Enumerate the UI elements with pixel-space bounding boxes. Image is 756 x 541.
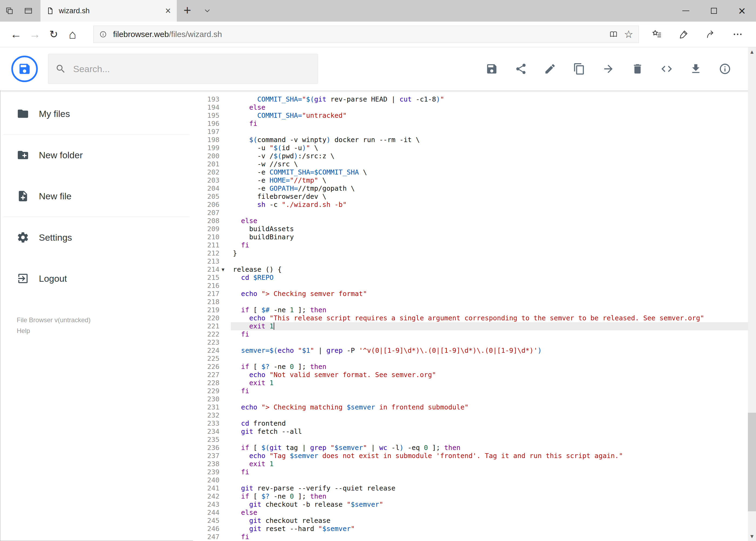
code-line[interactable]: 238 exit 1	[193, 460, 756, 468]
code-line[interactable]: 223	[193, 338, 756, 346]
scroll-thumb[interactable]	[748, 413, 756, 512]
code-line[interactable]: 214▾release () {	[193, 266, 756, 273]
code-line[interactable]: 208 else	[193, 217, 756, 225]
code-line[interactable]: 245 git checkout release	[193, 517, 756, 525]
code-line[interactable]: 215 cd $REPO	[193, 273, 756, 282]
code-line[interactable]: 243 git checkout -b release "$semver"	[193, 500, 756, 509]
sidebar-item-settings[interactable]: Settings	[0, 217, 193, 258]
sidebar-item-new-folder[interactable]: New folder	[0, 135, 193, 176]
download-button[interactable]	[690, 63, 702, 75]
favorites-hub-icon[interactable]	[647, 25, 666, 44]
code-line[interactable]: 234 git fetch --all	[193, 427, 756, 436]
code-line[interactable]: 202 -e COMMIT_SHA=$COMMIT_SHA \	[193, 168, 756, 176]
code-line[interactable]: 230	[193, 395, 756, 403]
code-line[interactable]: 237 echo "Tag $semver does not exist in …	[193, 452, 756, 460]
code-line[interactable]: 224 semver=$(echo "$1" | grep -P '^v(0|[…	[193, 346, 756, 355]
code-line[interactable]: 244 else	[193, 509, 756, 517]
scroll-down-arrow[interactable]: ▼	[748, 532, 756, 541]
code-line[interactable]: 194 else	[193, 104, 756, 112]
new-tab-button[interactable]: +	[177, 0, 198, 22]
reading-view-icon[interactable]	[609, 30, 618, 39]
info-button[interactable]	[719, 63, 731, 75]
sidebar-item-new-file[interactable]: New file	[0, 176, 193, 217]
code-line[interactable]: 219 if [ $# -ne 1 ]; then	[193, 306, 756, 314]
help-link[interactable]: Help	[17, 325, 193, 336]
code-line[interactable]: 225	[193, 355, 756, 363]
close-window-button[interactable]: ×	[728, 0, 756, 22]
more-options-icon[interactable]	[728, 25, 747, 44]
code-line[interactable]: 196 fi	[193, 120, 756, 128]
rename-button[interactable]	[544, 63, 556, 75]
active-tab[interactable]: wizard.sh ×	[41, 0, 177, 22]
code-line[interactable]: 209 buildAssets	[193, 225, 756, 233]
code-line[interactable]: 236 if [ $(git tag | grep "$semver" | wc…	[193, 444, 756, 452]
web-note-pen-icon[interactable]	[674, 25, 693, 44]
code-line[interactable]: 213	[193, 258, 756, 266]
forward-button[interactable]: →	[25, 29, 44, 40]
code-line[interactable]: 203 -e HOME="//tmp" \	[193, 176, 756, 185]
code-line[interactable]: 204 -e GOPATH=//tmp/gopath \	[193, 185, 756, 193]
refresh-button[interactable]: ↻	[44, 29, 63, 39]
code-line[interactable]: 240	[193, 476, 756, 484]
back-button[interactable]: ←	[6, 29, 25, 40]
set-tabs-aside-button[interactable]	[0, 0, 19, 22]
move-button[interactable]	[602, 63, 615, 75]
code-line[interactable]: 211 fi	[193, 241, 756, 249]
share-icon[interactable]	[701, 25, 720, 44]
code-line[interactable]: 218	[193, 298, 756, 306]
scroll-up-arrow[interactable]: ▲	[748, 47, 756, 56]
site-info-icon[interactable]	[99, 30, 107, 38]
save-button[interactable]	[486, 63, 498, 75]
code-line[interactable]: 241 git rev-parse --verify --quiet relea…	[193, 484, 756, 492]
copy-button[interactable]	[573, 63, 586, 75]
code-line[interactable]: 229 fi	[193, 387, 756, 395]
address-bar[interactable]: filebrowser.web/files/wizard.sh ☆	[94, 26, 639, 43]
code-line[interactable]: 221 exit 1	[193, 322, 756, 330]
code-line[interactable]: 205 filebrowser/dev \	[193, 193, 756, 201]
search-box[interactable]	[48, 54, 318, 84]
code-line[interactable]: 233 cd frontend	[193, 419, 756, 427]
code-line[interactable]: 231 echo "> Checking matching $semver in…	[193, 403, 756, 411]
tab-previews-chevron-icon[interactable]	[198, 0, 217, 22]
code-line[interactable]: 206 sh -c "./wizard.sh -b"	[193, 201, 756, 209]
code-line[interactable]: 195 COMMIT_SHA="untracked"	[193, 112, 756, 120]
code-line[interactable]: 200 -v /$(pwd):/src:z \	[193, 152, 756, 160]
code-view-button[interactable]	[660, 63, 673, 75]
add-favorite-star-icon[interactable]: ☆	[624, 29, 633, 39]
code-line[interactable]: 193 COMMIT_SHA="$(git rev-parse HEAD | c…	[193, 95, 756, 104]
share-button[interactable]	[515, 63, 527, 75]
home-button[interactable]: ⌂	[63, 28, 82, 41]
minimize-button[interactable]	[672, 0, 700, 22]
code-line[interactable]: 220 echo "This release script requires a…	[193, 314, 756, 322]
tab-close-icon[interactable]: ×	[165, 6, 171, 16]
code-line[interactable]: 216	[193, 282, 756, 290]
code-line[interactable]: 199 -u "$(id -u)" \	[193, 144, 756, 152]
delete-button[interactable]	[631, 63, 644, 75]
code-line[interactable]: 228 exit 1	[193, 379, 756, 387]
code-line[interactable]: 217 echo "> Checking semver format"	[193, 290, 756, 298]
code-line[interactable]: 201 -w //src \	[193, 160, 756, 168]
code-line[interactable]: 198 $(command -v winpty) docker run --rm…	[193, 136, 756, 144]
sidebar-item-my-files[interactable]: My files	[0, 93, 193, 134]
code-line[interactable]: 227 echo "Not valid semver format. See s…	[193, 371, 756, 379]
sidebar-item-logout[interactable]: Logout	[0, 258, 193, 299]
code-line[interactable]: 247 fi	[193, 533, 756, 541]
code-line[interactable]: 246 git reset --hard "$semver"	[193, 525, 756, 533]
code-line[interactable]: 242 if [ $? -ne 0 ]; then	[193, 492, 756, 500]
code-line[interactable]: 212}	[193, 249, 756, 258]
code-line[interactable]: 226 if [ $? -ne 0 ]; then	[193, 363, 756, 371]
search-input[interactable]	[73, 54, 318, 84]
code-line[interactable]: 232	[193, 411, 756, 419]
filebrowser-logo[interactable]	[11, 56, 38, 82]
page-scrollbar[interactable]: ▲ ▼	[748, 47, 756, 541]
tabs-preview-button[interactable]	[19, 0, 38, 22]
editor-lines[interactable]: 193 COMMIT_SHA="$(git rev-parse HEAD | c…	[193, 91, 756, 541]
code-line[interactable]: 222 fi	[193, 330, 756, 338]
code-line[interactable]: 210 buildBinary	[193, 233, 756, 241]
code-line[interactable]: 235	[193, 436, 756, 444]
maximize-button[interactable]	[700, 0, 728, 22]
code-line[interactable]: 239 fi	[193, 468, 756, 476]
code-line[interactable]: 197	[193, 128, 756, 136]
fold-toggle-icon[interactable]: ▾	[219, 266, 231, 273]
code-line[interactable]: 207	[193, 209, 756, 217]
